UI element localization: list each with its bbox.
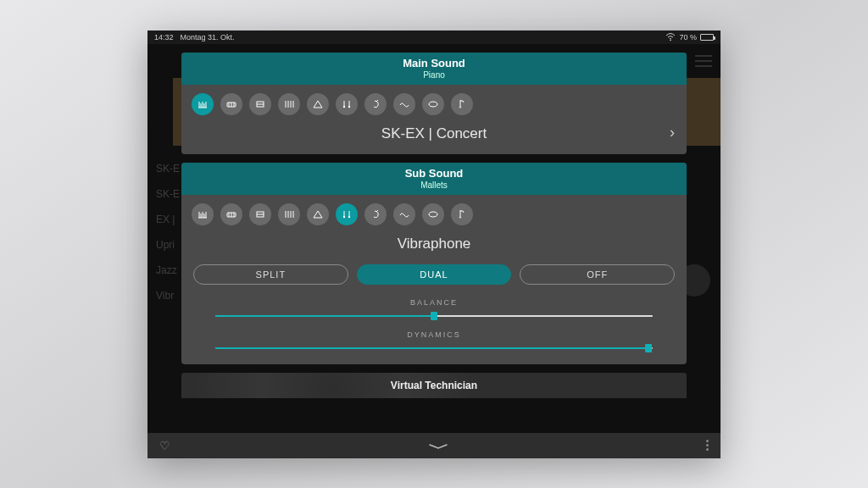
sub-sound-panel: Sub Sound Mallets Vibraphone SPLIT DUAL … — [181, 163, 687, 364]
sub-category-row — [181, 195, 687, 232]
collapse-handle-icon[interactable] — [428, 439, 448, 452]
harpsichord-icon[interactable] — [307, 203, 329, 225]
guitar-icon[interactable] — [364, 93, 387, 115]
dynamics-label: DYNAMICS — [215, 330, 653, 339]
main-sound-header: Main Sound Piano — [181, 53, 687, 85]
balance-label: BALANCE — [215, 298, 653, 307]
strings-icon[interactable] — [451, 203, 473, 225]
status-bar: 14:32 Montag 31. Okt. 70 % — [147, 30, 721, 44]
sound-settings-overlay: Main Sound Piano SK-EX | Concert › Sub S… — [147, 44, 721, 458]
dynamics-slider[interactable] — [215, 347, 653, 349]
balance-thumb[interactable] — [431, 312, 437, 320]
dynamics-thumb[interactable] — [645, 344, 652, 352]
sub-sound-select-row[interactable]: Vibraphone — [181, 232, 687, 259]
split-button[interactable]: SPLIT — [193, 264, 348, 285]
drums-icon[interactable] — [422, 203, 444, 225]
sub-sound-name: Vibraphone — [398, 236, 471, 252]
main-sound-panel: Main Sound Piano SK-EX | Concert › — [181, 53, 687, 154]
virtual-technician-panel[interactable]: Virtual Technician — [181, 373, 687, 398]
epiano-icon[interactable] — [220, 203, 242, 225]
epiano-icon[interactable] — [220, 93, 242, 115]
mallets-icon[interactable] — [336, 203, 358, 225]
battery-icon — [700, 34, 714, 41]
mode-row: SPLIT DUAL OFF — [181, 259, 687, 293]
harpsichord-icon[interactable] — [307, 93, 329, 115]
main-sound-select-row[interactable]: SK-EX | Concert › — [181, 122, 687, 154]
virtual-technician-label: Virtual Technician — [391, 380, 477, 391]
favorite-icon[interactable]: ♡ — [159, 439, 170, 452]
sub-sound-header: Sub Sound Mallets — [181, 163, 687, 195]
main-sound-title: Main Sound — [181, 57, 687, 69]
svg-point-0 — [670, 39, 672, 41]
epiano2-icon[interactable] — [249, 93, 271, 115]
sub-sound-category: Mallets — [181, 180, 687, 190]
main-sound-category: Piano — [181, 70, 687, 80]
off-button[interactable]: OFF — [520, 264, 675, 285]
piano-icon[interactable] — [192, 93, 214, 115]
sub-sound-title: Sub Sound — [181, 167, 687, 180]
tablet-frame: 14:32 Montag 31. Okt. 70 % SK-E SK-E EX … — [147, 30, 721, 458]
battery-pct: 70 % — [679, 33, 697, 42]
strings-icon[interactable] — [451, 93, 473, 115]
dynamics-slider-block: DYNAMICS — [181, 325, 687, 364]
balance-slider[interactable] — [215, 315, 653, 317]
pad-icon[interactable] — [393, 203, 415, 225]
drums-icon[interactable] — [422, 93, 444, 115]
status-time: 14:32 — [154, 33, 174, 42]
dual-button[interactable]: DUAL — [357, 264, 512, 285]
main-sound-name: SK-EX | Concert — [381, 125, 487, 142]
chevron-right-icon[interactable]: › — [670, 124, 675, 141]
mallets-icon[interactable] — [336, 93, 358, 115]
guitar-icon[interactable] — [364, 203, 387, 225]
bottom-bar: ♡ — [147, 433, 721, 458]
main-category-row — [181, 85, 687, 122]
piano-icon[interactable] — [192, 203, 214, 225]
svg-point-30 — [429, 212, 437, 217]
svg-point-15 — [429, 102, 437, 107]
epiano2-icon[interactable] — [249, 203, 271, 225]
status-date: Montag 31. Okt. — [181, 33, 235, 42]
balance-slider-block: BALANCE — [181, 293, 687, 325]
wifi-icon — [665, 33, 676, 42]
pad-icon[interactable] — [393, 93, 415, 115]
organ-icon[interactable] — [278, 93, 300, 115]
organ-icon[interactable] — [278, 203, 300, 225]
more-icon[interactable] — [706, 440, 709, 451]
